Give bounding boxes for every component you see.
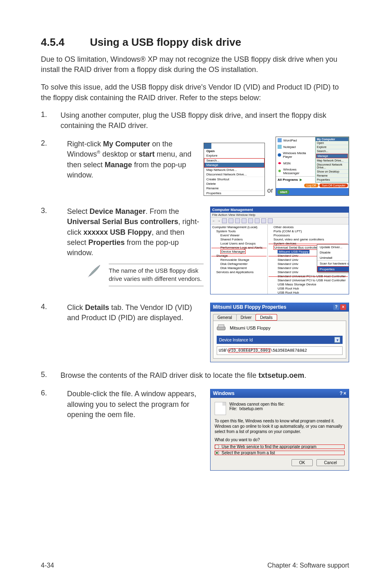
tree-usb-controllers[interactable]: Universal Serial Bus controllers [273,245,321,250]
step-1: 1. Using another computer, plug the USB … [41,110,349,131]
menu-rename[interactable]: Rename [317,174,327,177]
toolbar-button[interactable] [261,218,266,223]
tree-item[interactable]: Computer Management (Local) [212,225,258,229]
toolbar-button[interactable] [229,218,233,223]
menu-properties[interactable]: Properties [206,191,221,195]
ctx-disable[interactable]: Disable [317,250,349,255]
step-5: 5. Browse the contents of the RAID drive… [41,370,349,381]
tree-item[interactable]: Standard Univ [278,258,298,262]
dialog-titlebar: Windows ?× [211,389,349,398]
radio-select-program[interactable]: Select the program from a list [215,451,345,455]
file-name: txtsetup.oem [239,406,262,411]
tree-item[interactable]: Standard Univ [278,266,298,270]
tree-item[interactable]: Disk Management [220,266,247,270]
menu-shortcut[interactable]: Create Shortcut [206,177,229,181]
app-wmp[interactable]: Windows Media Player [283,151,313,159]
ctx-uninstall[interactable]: Uninstall [317,255,349,260]
toolbar-button[interactable] [222,218,227,223]
menu-map[interactable]: Map Network Drive... [317,159,343,162]
step-number: 1. [41,110,61,131]
tree-item[interactable]: Processors [273,233,290,237]
tab-details[interactable]: Details [256,314,277,321]
close-button[interactable]: × [340,304,346,310]
app-messenger[interactable]: Windows Messenger [283,168,313,175]
menu-disconnect-drive[interactable]: Disconnect Network Drive... [206,173,247,176]
menu-disc[interactable]: Disconnect Network Drive... [317,163,342,169]
tree-usb-floppy[interactable]: Mitsumi USB Floppy [278,250,309,254]
tree-item[interactable]: Local Users and Groups [220,242,256,245]
tree-item[interactable]: Standard Universal PCI to USB Host Contr… [278,274,346,278]
tree-item[interactable]: Sound, video and game controllers [273,238,324,241]
menubar[interactable]: File Action View Window Help [211,213,349,217]
app-wordpad[interactable]: WordPad [283,139,297,142]
tree-item[interactable]: Standard Univ [278,270,298,274]
start-button[interactable]: start [278,190,289,194]
tree-item[interactable]: Ports (COM & LPT) [273,229,302,233]
tree-item[interactable]: USB Mass Storage Device [278,283,316,286]
ok-button[interactable]: OK [291,459,313,466]
tree-item[interactable]: Standard Univ [278,262,298,266]
toolbar-button[interactable] [255,218,260,223]
step-text: Right-click My Computer on the Windows® … [67,139,197,180]
toolbar-button[interactable] [268,218,273,223]
menu-open[interactable]: Open [317,141,324,144]
all-programs[interactable]: All Programs [278,178,298,182]
tree-item[interactable]: Other devices [273,225,294,229]
cancel-button[interactable]: Cancel [316,459,345,466]
id-suffix: \5&35EDA8E7&0&2 [270,348,307,353]
menu-properties[interactable]: Properties [317,178,330,181]
tree-item[interactable]: Event Viewer [220,233,240,237]
help-button[interactable]: ? [333,304,339,310]
menu-map-drive[interactable]: Map Network Drive... [206,168,237,172]
bold-text: Device Manager [90,207,146,215]
tree-item[interactable]: Services and Applications [216,270,253,274]
tree-item[interactable]: Removable Storage [220,258,249,262]
tree-item[interactable]: Shared Folders [220,238,243,241]
tree-item[interactable]: Standard Universal PCI to USB Host Contr… [278,278,346,282]
toolbar-button[interactable] [242,218,247,223]
device-name: Mitsumi USB Floppy [230,325,271,330]
ctx-update-driver[interactable]: Update Driver... [317,245,349,250]
tab-driver[interactable]: Driver [236,314,256,321]
text: . [304,371,306,379]
menu-explore[interactable]: Explore [317,146,327,148]
menu-search[interactable]: Search... [206,159,220,162]
toolbar-button[interactable] [235,218,240,223]
toolbar-button[interactable] [248,218,253,223]
menu-manage[interactable]: Manage [206,163,218,167]
app-notepad[interactable]: Notepad [283,145,296,149]
tab-general[interactable]: General [213,314,237,321]
bold-text: txtsetup.oem [258,371,304,379]
dropdown-icon[interactable]: ▾ [334,337,340,343]
tree-item[interactable]: System devices [273,242,296,245]
menu-manage[interactable]: Manage [318,155,328,157]
tree-item[interactable]: Storage [216,254,228,258]
bold-text: start [139,150,155,158]
or-label: or [267,187,273,196]
menu-open[interactable]: Open [206,149,215,153]
tree-item[interactable]: USB Root Hub [278,291,299,294]
section-number: 4.5.4 [41,36,90,49]
ctx-scan[interactable]: Scan for hardware changes [317,260,349,266]
tree-device-manager[interactable]: Device Manager [220,249,246,254]
menu-delete[interactable]: Delete [206,182,216,186]
close-button[interactable]: × [343,391,346,396]
logoff-button[interactable]: Log Off [304,184,318,187]
app-msn[interactable]: MSN [283,162,291,165]
menu-rename[interactable]: Rename [206,186,219,190]
menu-explore[interactable]: Explore [206,154,217,157]
ctx-properties[interactable]: Properties [317,266,349,272]
right-tree[interactable]: Other devices Ports (COM & LPT) Processo… [268,224,349,294]
menu-show-desktop[interactable]: Show on Desktop [317,170,339,173]
turnoff-button[interactable]: Turn Off Computer [319,184,348,187]
tree-item[interactable]: Performance Logs and Alerts [220,246,262,249]
tree-item[interactable]: Disk Defragmenter [220,262,248,266]
menu-search[interactable]: Search... [317,150,328,153]
tree-item[interactable]: Standard Univ [278,254,298,258]
combo-device-instance[interactable]: Device Instance Id ▾ [217,336,343,344]
tree-item[interactable]: System Tools [216,229,235,233]
radio-web-service[interactable]: Use the Web service to find the appropri… [215,444,345,449]
help-button[interactable]: ? [340,391,343,396]
tree-item[interactable]: USB Root Hub [278,287,299,290]
left-tree[interactable]: Computer Management (Local) System Tools… [211,224,268,294]
